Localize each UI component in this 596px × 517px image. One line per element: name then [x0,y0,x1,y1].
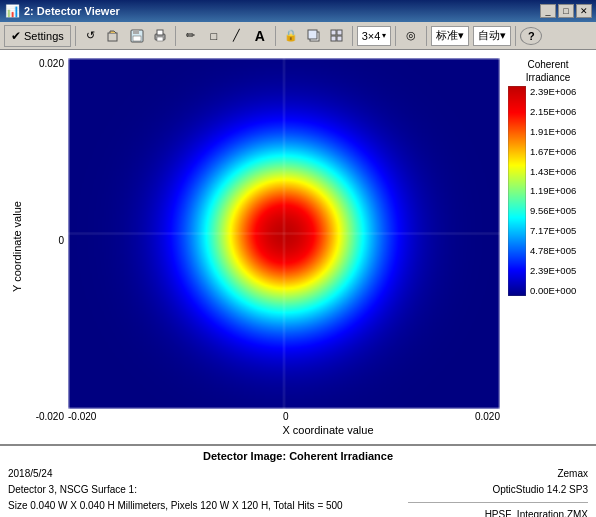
cb-label-8: 4.78E+005 [530,245,576,256]
cb-label-6: 9.56E+005 [530,205,576,216]
copy-tools: 🔒 [280,25,348,47]
layout-label: 3×4 [362,30,381,42]
info-date: 2018/5/24 [8,466,408,482]
print-button[interactable] [149,25,171,47]
minimize-button[interactable]: _ [540,4,556,18]
svg-rect-11 [331,36,336,41]
cb-label-5: 1.19E+006 [530,185,576,196]
separator-1 [75,26,76,46]
plot-area: Y coordinate value 0.020 0 -0.020 -0.020… [0,50,596,444]
refresh-button[interactable]: ↺ [80,25,102,47]
pencil-button[interactable]: ✏ [180,25,202,47]
open-button[interactable] [103,25,125,47]
svg-rect-9 [331,30,336,35]
check-icon: ✔ [11,29,21,43]
cb-label-3: 1.67E+006 [530,146,576,157]
maximize-button[interactable]: □ [558,4,574,18]
y-tick-top: 0.020 [26,58,64,69]
cb-label-4: 1.43E+006 [530,166,576,177]
separator-5 [395,26,396,46]
window-title: 2: Detector Viewer [24,5,540,17]
info-panel: Detector Image: Coherent Irradiance 2018… [0,444,596,517]
svg-rect-10 [337,30,342,35]
toolbar: ✔ Settings ↺ ✏ □ ╱ A 🔒 3×4 ▾ ◎ [0,22,596,50]
copy-button[interactable] [303,25,325,47]
y-axis-label: Y coordinate value [8,58,26,436]
colorbar-labels: 2.39E+006 2.15E+006 1.91E+006 1.67E+006 … [530,86,576,296]
svg-rect-8 [308,30,317,39]
grid-copy-button[interactable] [326,25,348,47]
x-axis-label: X coordinate value [68,422,588,436]
file-tools: ↺ [80,25,171,47]
settings-label: Settings [24,30,64,42]
x-tick-mid: 0 [283,411,289,422]
colorbar-row: 2.39E+006 2.15E+006 1.91E+006 1.67E+006 … [508,86,576,296]
heatmap-canvas [68,58,500,409]
colorbar-title: CoherentIrradiance [508,58,588,84]
lock-button[interactable]: 🔒 [280,25,302,47]
svg-rect-6 [157,37,163,41]
standard-dropdown[interactable]: 标准▾ [431,26,469,46]
info-size: Size 0.040 W X 0.040 H Millimeters, Pixe… [8,498,408,514]
svg-rect-2 [133,30,139,34]
colorbar-canvas [508,86,526,296]
app-icon: 📊 [4,3,20,19]
standard-label: 标准▾ [436,28,464,43]
info-filename: HPSF_Integration.ZMX [408,507,588,517]
separator-2 [175,26,176,46]
info-title: Detector Image: Coherent Irradiance [8,450,588,462]
rect-button[interactable]: □ [203,25,225,47]
settings-button[interactable]: ✔ Settings [4,25,71,47]
separator-7 [515,26,516,46]
svg-rect-5 [157,30,163,35]
target-button[interactable]: ◎ [400,25,422,47]
save-button[interactable] [126,25,148,47]
x-axis-ticks: -0.020 0 0.020 [68,409,500,422]
text-tool-button[interactable]: A [249,25,271,47]
help-button[interactable]: ? [520,27,542,45]
heatmap-wrapper: -0.020 0 0.020 [68,58,500,422]
cb-label-0: 2.39E+006 [530,86,576,97]
auto-label: 自动▾ [478,28,506,43]
cb-label-7: 7.17E+005 [530,225,576,236]
separator-4 [352,26,353,46]
x-tick-right: 0.020 [475,411,500,422]
info-software: Zemax OpticStudio 14.2 SP3 [408,466,588,503]
cb-label-9: 2.39E+005 [530,265,576,276]
svg-rect-3 [133,36,141,41]
software-name: Zemax [408,466,588,482]
draw-tools: ✏ □ ╱ A [180,25,271,47]
line-button[interactable]: ╱ [226,25,248,47]
svg-rect-0 [108,33,117,41]
info-body: 2018/5/24 Detector 3, NSCG Surface 1: Si… [8,466,588,517]
software-version: OpticStudio 14.2 SP3 [408,482,588,498]
y-axis-ticks: 0.020 0 -0.020 [26,58,68,422]
info-right: Zemax OpticStudio 14.2 SP3 HPSF_Integrat… [408,466,588,517]
x-tick-left: -0.020 [68,411,96,422]
info-left: 2018/5/24 Detector 3, NSCG Surface 1: Si… [8,466,408,517]
cb-label-10: 0.00E+000 [530,285,576,296]
close-button[interactable]: ✕ [576,4,592,18]
colorbar-area: CoherentIrradiance 2.39E+006 2.15E+006 1… [508,58,588,422]
svg-rect-12 [337,36,342,41]
title-bar-buttons: _ □ ✕ [540,4,592,18]
layout-dropdown[interactable]: 3×4 ▾ [357,26,392,46]
main-content: Y coordinate value 0.020 0 -0.020 -0.020… [0,50,596,517]
layout-dropdown-arrow: ▾ [382,31,386,40]
chart-row: 0.020 0 -0.020 -0.020 0 0.020 [26,58,588,422]
cb-label-2: 1.91E+006 [530,126,576,137]
separator-3 [275,26,276,46]
separator-6 [426,26,427,46]
chart-and-colorbar: 0.020 0 -0.020 -0.020 0 0.020 [26,58,588,436]
title-bar: 📊 2: Detector Viewer _ □ ✕ [0,0,596,22]
y-tick-mid: 0 [26,235,64,246]
cb-label-1: 2.15E+006 [530,106,576,117]
y-tick-bot: -0.020 [26,411,64,422]
info-detector: Detector 3, NSCG Surface 1: [8,482,408,498]
auto-dropdown[interactable]: 自动▾ [473,26,511,46]
